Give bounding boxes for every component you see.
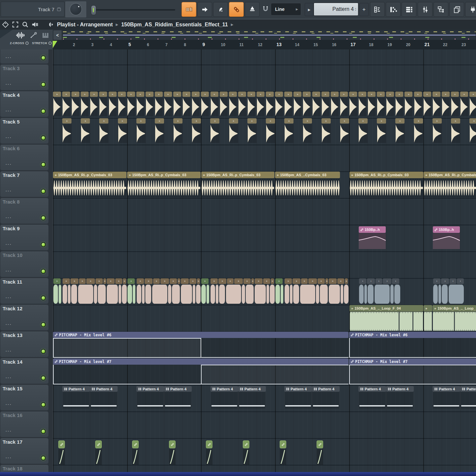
drum-hit-clip[interactable]: » bbox=[81, 92, 89, 117]
clip-header[interactable]: PITCHMAP - Mix level #7 bbox=[349, 358, 476, 365]
clip-header[interactable]: »150Bpm_AS_..Cymbals_03 bbox=[275, 172, 340, 178]
automation-clip[interactable]: PITCHMAP - Mix level #7 bbox=[349, 358, 476, 384]
clip-mini-header[interactable]: » bbox=[146, 92, 154, 97]
clip-mini-header[interactable]: » bbox=[220, 92, 228, 97]
clip-mini-header[interactable]: » bbox=[340, 118, 349, 124]
chop-clip-header[interactable]: » bbox=[63, 278, 70, 284]
chop-clip-header[interactable]: » bbox=[123, 278, 126, 284]
automation-clip[interactable]: 150Bp..h bbox=[359, 226, 386, 250]
track-name[interactable]: Track 5 bbox=[3, 119, 20, 125]
clip-header[interactable]: PITCHMAP - Mix level #6 bbox=[349, 332, 476, 338]
track-mute-led[interactable] bbox=[41, 429, 46, 434]
chop-clip-header[interactable]: » bbox=[96, 278, 103, 284]
clip-header[interactable]: »150Bpm_AS_Ri..p_Cymbals_03 bbox=[53, 172, 126, 178]
drum-hit-clip[interactable]: » bbox=[423, 92, 432, 117]
drum-hit-clip[interactable]: » bbox=[173, 118, 183, 144]
z-cross-indicator[interactable] bbox=[25, 42, 29, 45]
clip-mini-header[interactable]: » bbox=[81, 92, 89, 97]
slip-tool-icon[interactable] bbox=[30, 32, 37, 39]
automation-clip[interactable] bbox=[58, 440, 66, 465]
clip-mini-header[interactable]: » bbox=[340, 92, 348, 97]
pattern-clip[interactable]: Pattern 4 bbox=[238, 386, 266, 409]
clip-mini-header[interactable]: » bbox=[99, 92, 107, 97]
slider-thumb[interactable] bbox=[91, 5, 96, 15]
chop-clip-header[interactable]: » bbox=[345, 278, 348, 284]
drum-hit-clip[interactable]: » bbox=[377, 118, 387, 144]
drum-hit-clip[interactable]: » bbox=[62, 92, 71, 117]
automation-clip[interactable]: PITCHMAP - Mix level #6 bbox=[349, 332, 476, 358]
clip-mini-header[interactable]: » bbox=[81, 118, 90, 124]
clip-header[interactable]: »150Bpm_AS_.._Loop_F_04 bbox=[350, 305, 423, 312]
track-name[interactable]: Track 18 bbox=[3, 466, 22, 471]
track-name[interactable]: Track 4 bbox=[3, 92, 20, 98]
drum-hit-clip[interactable]: » bbox=[164, 92, 173, 117]
track-mute-led[interactable] bbox=[41, 55, 46, 60]
track-name[interactable]: Track 15 bbox=[3, 386, 22, 391]
drum-hit-clip[interactable]: » bbox=[469, 92, 476, 117]
clip-mini-header[interactable]: » bbox=[451, 118, 460, 124]
clip-mini-header[interactable]: » bbox=[368, 92, 376, 97]
clip-mini-header[interactable]: » bbox=[99, 118, 108, 124]
chop-clip-header[interactable]: » bbox=[197, 278, 200, 284]
piano-roll-button[interactable] bbox=[370, 2, 385, 17]
clip-mini-header[interactable] bbox=[280, 440, 286, 448]
drum-hit-clip[interactable]: » bbox=[201, 92, 210, 117]
clip-mini-header[interactable] bbox=[317, 440, 323, 448]
clip-mini-header[interactable]: » bbox=[414, 118, 423, 124]
add-pattern-button[interactable]: + bbox=[359, 3, 369, 16]
drum-hit-clip[interactable]: » bbox=[247, 92, 256, 117]
chop-clip-header[interactable]: » bbox=[325, 278, 328, 284]
track-name[interactable]: Track 9 bbox=[3, 226, 20, 231]
track-mute-led[interactable] bbox=[41, 322, 46, 327]
clip-mini-header[interactable]: » bbox=[201, 92, 209, 97]
window-title[interactable]: Playlist - Arrangement bbox=[57, 22, 113, 28]
drum-hit-clip[interactable]: » bbox=[136, 92, 145, 117]
drum-hit-clip[interactable]: » bbox=[377, 92, 385, 117]
drum-hit-clip[interactable]: » bbox=[331, 92, 339, 117]
clip-mini-header[interactable]: » bbox=[322, 118, 331, 124]
clip-header[interactable]: Pattern 4 bbox=[90, 386, 118, 392]
clip-header[interactable]: Pattern 4 bbox=[136, 386, 164, 392]
clip-mini-header[interactable]: » bbox=[266, 118, 275, 124]
pull-bell-button[interactable] bbox=[245, 2, 260, 17]
horizontal-scrollbar[interactable] bbox=[0, 472, 476, 476]
clip-mini-header[interactable]: » bbox=[349, 92, 357, 97]
track-mute-led[interactable] bbox=[41, 109, 46, 114]
automation-clip[interactable]: PITCHMAP - Mix level #6 bbox=[53, 332, 349, 358]
chop-clip-header[interactable]: » bbox=[86, 278, 95, 284]
audio-clip[interactable]: »150Bpm_AS_Ri..p_Cymbals_03 bbox=[350, 172, 423, 198]
automation-clip[interactable] bbox=[132, 440, 139, 465]
clip-mini-header[interactable]: » bbox=[109, 92, 117, 97]
monitor-speaker-icon[interactable] bbox=[32, 21, 39, 28]
audio-clip[interactable]: »150Bpm_AS_.._Loop_F_04 bbox=[350, 305, 423, 331]
chop-clip-header[interactable]: » bbox=[53, 278, 61, 284]
step-edit-button[interactable] bbox=[197, 2, 212, 17]
clip-header[interactable]: PITCHMAP - Mix level #6 bbox=[53, 332, 349, 338]
chop-clip-header[interactable]: » bbox=[103, 278, 106, 284]
clip-mini-header[interactable]: » bbox=[192, 118, 201, 124]
chop-clip-header[interactable]: » bbox=[251, 278, 254, 284]
drum-hit-clip[interactable]: » bbox=[210, 92, 219, 117]
track-header[interactable]: ··· bbox=[0, 49, 48, 64]
drum-hit-clip[interactable]: » bbox=[469, 118, 476, 144]
drum-hit-clip[interactable]: » bbox=[433, 118, 442, 144]
clip-mini-header[interactable]: » bbox=[136, 92, 144, 97]
mixer-button[interactable] bbox=[418, 2, 433, 17]
drum-hit-clip[interactable]: » bbox=[368, 92, 376, 117]
track-header[interactable]: Track 13··· bbox=[0, 331, 48, 357]
pattern-clip[interactable]: Pattern 4 bbox=[358, 386, 386, 409]
drum-hit-clip[interactable]: » bbox=[442, 92, 450, 117]
clip-header[interactable]: Pattern 4 bbox=[386, 386, 414, 392]
clip-mini-header[interactable]: » bbox=[118, 118, 127, 124]
track-name[interactable]: Track 8 bbox=[3, 199, 20, 205]
drum-hit-clip[interactable]: » bbox=[220, 92, 228, 117]
track-mute-led[interactable] bbox=[41, 215, 46, 220]
chop-clip-header[interactable]: » bbox=[201, 278, 209, 284]
clip-mini-header[interactable]: » bbox=[303, 118, 312, 124]
drum-hit-clip[interactable]: » bbox=[349, 92, 358, 117]
automation-clip[interactable] bbox=[206, 440, 213, 465]
clip-mini-header[interactable]: » bbox=[423, 92, 431, 97]
track-header[interactable]: Track 6··· bbox=[0, 145, 48, 170]
audio-clip[interactable]: »150Bpm_AS_Ri..p_Cymbals_03 bbox=[424, 172, 476, 198]
clip-mini-header[interactable]: » bbox=[331, 92, 339, 97]
